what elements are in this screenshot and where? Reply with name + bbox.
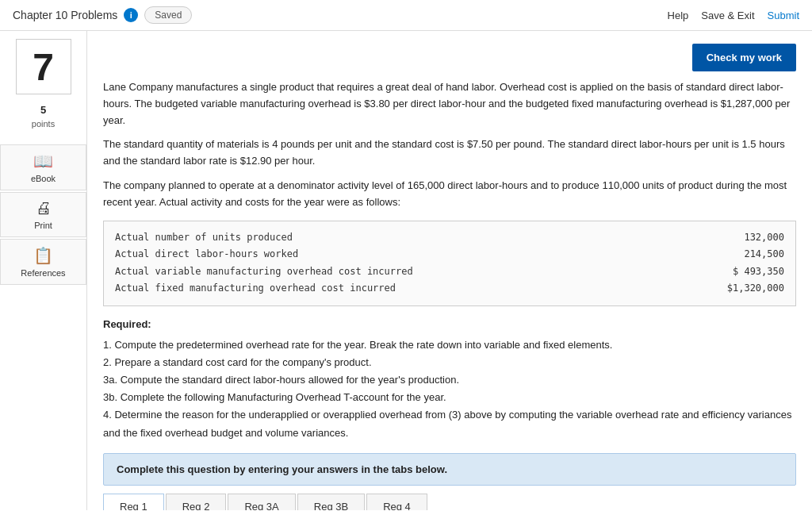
content-area: Check my work Lane Company manufactures …	[87, 31, 812, 510]
points-label: points	[32, 119, 55, 129]
top-nav-right: Help Save & Exit Submit	[668, 10, 799, 21]
table-label-0: Actual number of units produced	[115, 229, 293, 247]
table-value-3: $1,320,000	[727, 280, 784, 298]
table-value-1: 214,500	[744, 246, 784, 263]
print-label: Print	[34, 221, 52, 230]
save-exit-button[interactable]: Save & Exit	[701, 10, 754, 21]
references-icon: 📋	[33, 246, 53, 265]
table-row: Actual direct labor-hours worked 214,500	[115, 246, 784, 263]
data-table: Actual number of units produced 132,000 …	[103, 221, 796, 306]
required-section: Required: 1. Compute the predetermined o…	[103, 316, 796, 442]
problem-paragraph-1: Lane Company manufactures a single produ…	[103, 79, 796, 129]
table-row: Actual variable manufacturing overhead c…	[115, 263, 784, 281]
info-icon[interactable]: i	[124, 8, 138, 22]
complete-box: Complete this question by entering your …	[103, 453, 796, 486]
table-value-2: $ 493,350	[733, 263, 784, 281]
tabs-container: Req 1 Req 2 Req 3A Req 3B Req 4	[103, 494, 796, 510]
help-link[interactable]: Help	[668, 10, 689, 21]
left-sidebar: 7 5 points 📖 eBook 🖨 Print 📋 References	[0, 31, 87, 510]
table-value-0: 132,000	[744, 229, 784, 247]
ebook-tool[interactable]: 📖 eBook	[0, 144, 86, 190]
main-layout: 7 5 points 📖 eBook 🖨 Print 📋 References …	[0, 31, 812, 510]
required-item-3a: 3a. Compute the standard direct labor-ho…	[103, 371, 796, 389]
problem-paragraph-2: The standard quantity of materials is 4 …	[103, 136, 796, 170]
saved-badge: Saved	[144, 6, 192, 24]
tab-req2[interactable]: Req 2	[166, 494, 227, 510]
submit-button[interactable]: Submit	[768, 10, 799, 21]
tab-req3b[interactable]: Req 3B	[297, 494, 365, 510]
required-item-2: 2. Prepare a standard cost card for the …	[103, 354, 796, 371]
tab-req3a[interactable]: Req 3A	[228, 494, 295, 510]
points-value: 5	[40, 104, 46, 116]
sidebar-tools: 📖 eBook 🖨 Print 📋 References	[0, 144, 86, 285]
page-title: Chapter 10 Problems	[13, 9, 117, 21]
table-label-3: Actual fixed manufacturing overhead cost…	[115, 280, 396, 298]
table-label-2: Actual variable manufacturing overhead c…	[115, 263, 413, 281]
question-number: 7	[16, 39, 71, 94]
required-item-4: 4. Determine the reason for the underapp…	[103, 406, 796, 441]
tab-req1[interactable]: Req 1	[103, 494, 164, 510]
ebook-icon: 📖	[33, 152, 53, 171]
top-nav: Chapter 10 Problems i Saved Help Save & …	[0, 0, 812, 31]
table-row: Actual fixed manufacturing overhead cost…	[115, 280, 784, 298]
required-item-1: 1. Compute the predetermined overhead ra…	[103, 336, 796, 354]
required-title: Required:	[103, 316, 796, 333]
print-tool[interactable]: 🖨 Print	[0, 192, 86, 237]
problem-paragraph-3: The company planned to operate at a deno…	[103, 178, 796, 211]
ebook-label: eBook	[31, 174, 56, 183]
references-tool[interactable]: 📋 References	[0, 239, 86, 285]
references-label: References	[21, 268, 65, 278]
check-work-button[interactable]: Check my work	[692, 44, 796, 71]
required-item-3b: 3b. Complete the following Manufacturing…	[103, 389, 796, 406]
table-row: Actual number of units produced 132,000	[115, 229, 784, 247]
table-label-1: Actual direct labor-hours worked	[115, 246, 298, 263]
top-nav-left: Chapter 10 Problems i Saved	[13, 6, 192, 24]
print-icon: 🖨	[36, 199, 52, 217]
tab-req4[interactable]: Req 4	[366, 494, 427, 510]
